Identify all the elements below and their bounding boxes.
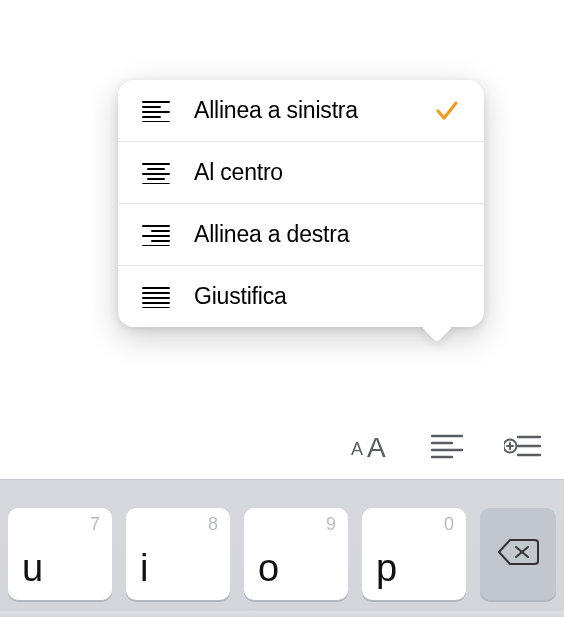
menu-item-label: Al centro <box>194 159 410 186</box>
alignment-button[interactable] <box>424 425 470 471</box>
menu-item-label: Allinea a destra <box>194 221 410 248</box>
checkmark-icon <box>432 100 462 122</box>
menu-item-align-right[interactable]: Allinea a destra <box>118 204 484 266</box>
key-main: u <box>22 547 43 590</box>
text-format-icon: A A <box>349 431 393 465</box>
align-left-icon <box>140 100 172 122</box>
list-insert-button[interactable] <box>500 425 546 471</box>
key-main: i <box>140 547 148 590</box>
menu-item-label: Giustifica <box>194 283 410 310</box>
key-main: o <box>258 547 279 590</box>
menu-item-label: Allinea a sinistra <box>194 97 410 124</box>
align-justify-icon <box>140 286 172 308</box>
key-o[interactable]: 9 o <box>244 508 348 600</box>
alignment-menu-popover: Allinea a sinistra <box>118 80 484 327</box>
alignment-icon <box>430 433 464 463</box>
svg-text:A: A <box>367 432 386 461</box>
menu-item-align-center[interactable]: Al centro <box>118 142 484 204</box>
key-p[interactable]: 0 p <box>362 508 466 600</box>
key-hint: 8 <box>208 514 218 535</box>
key-backspace[interactable] <box>480 508 556 600</box>
align-center-icon <box>140 162 172 184</box>
key-hint: 7 <box>90 514 100 535</box>
key-main: p <box>376 547 397 590</box>
backspace-icon <box>497 537 539 571</box>
key-hint: 9 <box>326 514 336 535</box>
text-format-button[interactable]: A A <box>348 425 394 471</box>
key-hint: 0 <box>444 514 454 535</box>
key-u[interactable]: 7 u <box>8 508 112 600</box>
format-toolbar: A A <box>0 417 564 479</box>
key-i[interactable]: 8 i <box>126 508 230 600</box>
svg-text:A: A <box>351 439 363 459</box>
keyboard: 7 u 8 i 9 o 0 p <box>0 479 564 617</box>
menu-item-align-justify[interactable]: Giustifica <box>118 266 484 327</box>
list-insert-icon <box>504 433 542 463</box>
menu-item-align-left[interactable]: Allinea a sinistra <box>118 80 484 142</box>
align-right-icon <box>140 224 172 246</box>
